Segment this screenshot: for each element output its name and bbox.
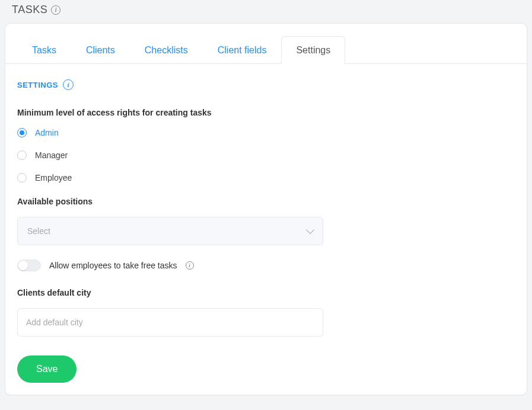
tab-tasks[interactable]: Tasks bbox=[17, 36, 71, 64]
tab-client-fields[interactable]: Client fields bbox=[203, 36, 282, 64]
page-header: TASKS i bbox=[0, 0, 532, 23]
access-level-radio-group: Admin Manager Employee bbox=[17, 128, 515, 182]
allow-free-tasks-label: Allow employees to take free tasks bbox=[49, 261, 177, 270]
default-city-label: Clients default city bbox=[17, 288, 515, 297]
access-level-label: Minimum level of access rights for creat… bbox=[17, 108, 515, 117]
save-button[interactable]: Save bbox=[17, 355, 77, 383]
settings-panel: SETTINGS i Minimum level of access right… bbox=[5, 64, 527, 395]
info-icon[interactable]: i bbox=[186, 261, 194, 270]
tab-settings[interactable]: Settings bbox=[281, 36, 345, 64]
default-city-input[interactable] bbox=[17, 308, 323, 337]
info-icon[interactable]: i bbox=[63, 79, 74, 90]
radio-label: Employee bbox=[35, 173, 72, 182]
positions-select[interactable]: Select bbox=[17, 217, 323, 245]
radio-label: Admin bbox=[35, 128, 59, 137]
info-icon[interactable]: i bbox=[51, 5, 60, 15]
positions-placeholder: Select bbox=[27, 226, 50, 236]
radio-employee[interactable]: Employee bbox=[17, 173, 515, 182]
radio-icon bbox=[17, 150, 27, 160]
radio-manager[interactable]: Manager bbox=[17, 150, 515, 160]
allow-free-tasks-row: Allow employees to take free tasks i bbox=[17, 260, 515, 271]
settings-card: Tasks Clients Checklists Client fields S… bbox=[5, 23, 527, 395]
allow-free-tasks-toggle[interactable] bbox=[17, 260, 41, 271]
default-city-block: Clients default city bbox=[17, 288, 515, 337]
toggle-knob bbox=[18, 261, 28, 270]
section-title: SETTINGS bbox=[17, 81, 58, 89]
radio-icon bbox=[17, 128, 27, 137]
positions-block: Available positions Select bbox=[17, 197, 515, 245]
radio-label: Manager bbox=[35, 150, 68, 160]
positions-label: Available positions bbox=[17, 197, 515, 206]
radio-admin[interactable]: Admin bbox=[17, 128, 515, 137]
section-header: SETTINGS i bbox=[17, 79, 515, 90]
tab-checklists[interactable]: Checklists bbox=[130, 36, 203, 64]
tab-bar: Tasks Clients Checklists Client fields S… bbox=[5, 36, 527, 64]
tab-clients[interactable]: Clients bbox=[71, 36, 130, 64]
page-title: TASKS bbox=[12, 4, 47, 16]
radio-icon bbox=[17, 173, 27, 182]
chevron-down-icon bbox=[306, 226, 314, 234]
access-level-block: Minimum level of access rights for creat… bbox=[17, 108, 515, 182]
